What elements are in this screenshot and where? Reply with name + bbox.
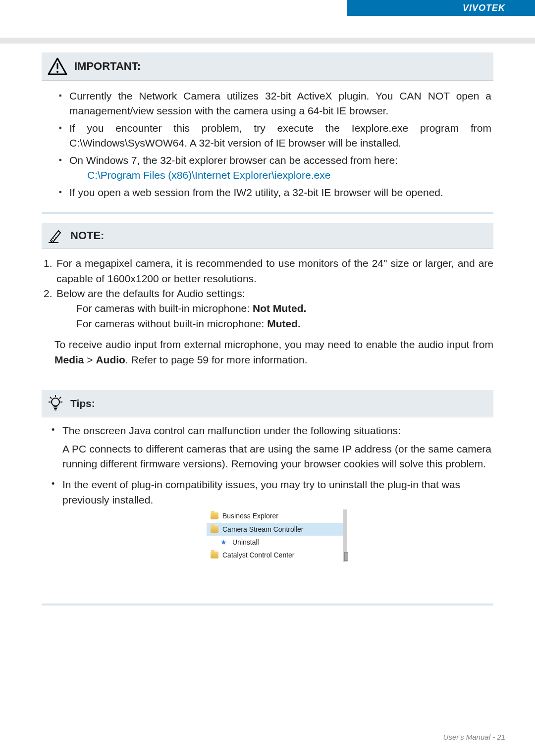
list-item-text: Below are the defaults for Audio setting… [56, 288, 245, 299]
text: For cameras with built-in microphone: [76, 302, 253, 314]
tips-list: The onscreen Java control can malfunctio… [43, 423, 491, 561]
list-item-text: The onscreen Java control can malfunctio… [62, 425, 401, 436]
page: VIVOTEK IMPORTANT: Currently the Network… [0, 0, 535, 756]
important-title: IMPORTANT: [74, 60, 141, 73]
lightbulb-icon [48, 395, 63, 412]
file-path: C:\Program Files (x86)\Internet Explorer… [69, 168, 491, 183]
bold-text: Muted. [267, 318, 301, 329]
text: > [84, 354, 96, 365]
list-item-text: On Windows 7, the 32-bit explorer browse… [69, 154, 398, 166]
header-accent: VIVOTEK [347, 0, 535, 16]
text: To receive audio input from external mic… [54, 339, 493, 350]
tips-header: Tips: [42, 390, 493, 417]
list-item: Currently the Network Camera utilizes 32… [60, 89, 491, 119]
menu-label: Catalyst Control Center [222, 550, 295, 560]
menu-row: Catalyst Control Center [207, 549, 343, 561]
folder-icon [211, 526, 218, 533]
page-footer: User's Manual - 21 [443, 733, 505, 741]
list-item: The onscreen Java control can malfunctio… [52, 423, 491, 471]
bold-text: Media [54, 354, 84, 365]
scrollbar-thumb [344, 552, 348, 561]
note-paragraph: To receive audio input from external mic… [42, 337, 493, 367]
menu-label: Business Explorer [222, 511, 278, 521]
note-list: For a megapixel camera, it is recommende… [42, 256, 493, 331]
note-body: For a megapixel camera, it is recommende… [42, 249, 493, 367]
list-item: In the event of plug-in compatibility is… [52, 477, 491, 561]
bold-text: Audio [96, 354, 125, 365]
tips-body: The onscreen Java control can malfunctio… [42, 417, 493, 569]
tips-title: Tips: [70, 398, 95, 409]
svg-point-1 [56, 71, 58, 73]
important-body: Currently the Network Camera utilizes 32… [42, 81, 493, 209]
uninstall-icon [220, 538, 228, 546]
folder-icon [211, 552, 218, 558]
svg-point-6 [52, 398, 59, 406]
note-header: NOTE: [42, 223, 493, 249]
bold-text: Not Muted. [253, 302, 306, 314]
menu-subrow: Uninstall [207, 536, 343, 549]
list-item-text: In the event of plug-in compatibility is… [62, 479, 460, 505]
text: . Refer to page 59 for more information. [125, 354, 308, 365]
uninstall-menu-image: Business Explorer Camera Stream Controll… [207, 509, 347, 561]
header-separator [0, 38, 535, 44]
menu-label: Camera Stream Controller [222, 524, 303, 534]
content-area: IMPORTANT: Currently the Network Camera … [0, 44, 535, 580]
tips-section: Tips: The onscreen Java control can malf… [42, 390, 493, 569]
section-divider [42, 212, 493, 214]
note-title: NOTE: [70, 229, 104, 242]
menu-label: Uninstall [232, 537, 259, 547]
list-item: For a megapixel camera, it is recommende… [44, 256, 493, 286]
list-item: On Windows 7, the 32-bit explorer browse… [60, 153, 491, 183]
list-item: If you open a web session from the IW2 u… [60, 185, 491, 200]
note-sub-line: For cameras with built-in microphone: No… [56, 301, 493, 316]
list-item: If you encounter this problem, try execu… [60, 121, 491, 151]
bottom-divider [42, 604, 493, 605]
svg-line-13 [50, 397, 52, 399]
header-accent-wrap: VIVOTEK [0, 0, 535, 16]
note-sub-line: For cameras without built-in microphone:… [56, 316, 493, 331]
menu-row-highlight: Camera Stream Controller [207, 523, 343, 536]
menu-row: Business Explorer [207, 509, 343, 522]
pencil-icon [48, 228, 63, 244]
tips-sub-text: A PC connects to different cameras that … [62, 442, 491, 472]
brand-label: VIVOTEK [463, 3, 505, 13]
warning-icon [48, 57, 67, 75]
important-header: IMPORTANT: [42, 52, 493, 81]
important-list: Currently the Network Camera utilizes 32… [52, 89, 491, 200]
svg-line-14 [59, 397, 61, 399]
list-item: Below are the defaults for Audio setting… [44, 286, 493, 331]
text: For cameras without built-in microphone: [76, 318, 267, 329]
folder-icon [211, 512, 218, 519]
